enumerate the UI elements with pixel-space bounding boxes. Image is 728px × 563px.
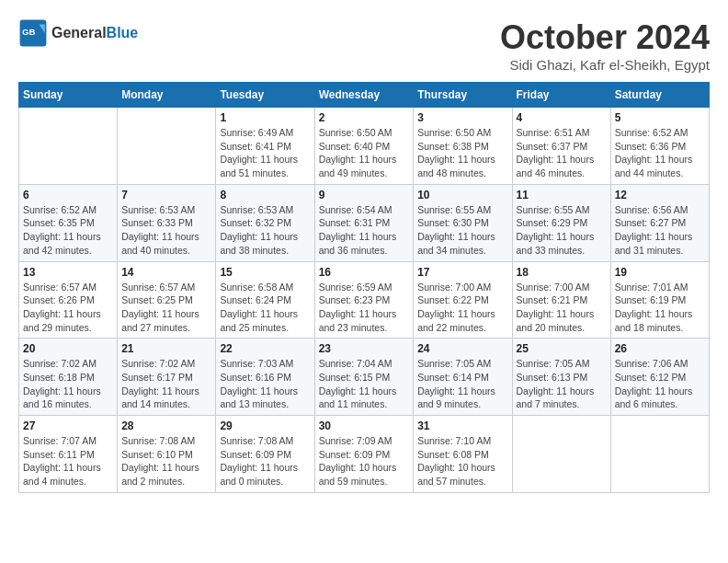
calendar-cell: 6Sunrise: 6:52 AMSunset: 6:35 PMDaylight… (19, 184, 118, 261)
day-number: 8 (220, 189, 310, 201)
day-number: 27 (23, 419, 113, 432)
day-number: 6 (23, 189, 113, 201)
day-number: 4 (517, 111, 607, 124)
day-info: Sunrise: 7:03 AMSunset: 6:16 PMDaylight:… (220, 357, 310, 411)
header-wednesday: Wednesday (314, 83, 414, 108)
calendar-cell: 18Sunrise: 7:00 AMSunset: 6:21 PMDayligh… (512, 261, 610, 339)
location-subtitle: Sidi Ghazi, Kafr el-Sheikh, Egypt (500, 57, 710, 73)
calendar-table: SundayMondayTuesdayWednesdayThursdayFrid… (18, 82, 710, 493)
calendar-cell: 27Sunrise: 7:07 AMSunset: 6:11 PMDayligh… (19, 416, 118, 493)
day-info: Sunrise: 7:01 AMSunset: 6:19 PMDaylight:… (615, 281, 705, 335)
calendar-cell: 1Sunrise: 6:49 AMSunset: 6:41 PMDaylight… (216, 108, 314, 185)
calendar-cell: 25Sunrise: 7:05 AMSunset: 6:13 PMDayligh… (512, 339, 610, 416)
calendar-cell (610, 416, 709, 493)
week-row-4: 20Sunrise: 7:02 AMSunset: 6:18 PMDayligh… (19, 339, 710, 416)
logo: GB GeneralBlue (18, 18, 138, 48)
calendar-cell: 19Sunrise: 7:01 AMSunset: 6:19 PMDayligh… (610, 261, 709, 339)
header-monday: Monday (118, 83, 216, 108)
header-row: SundayMondayTuesdayWednesdayThursdayFrid… (19, 83, 710, 108)
calendar-body: 1Sunrise: 6:49 AMSunset: 6:41 PMDaylight… (19, 108, 710, 493)
header-sunday: Sunday (19, 83, 118, 108)
week-row-1: 1Sunrise: 6:49 AMSunset: 6:41 PMDaylight… (19, 108, 710, 185)
day-number: 16 (319, 266, 410, 279)
day-info: Sunrise: 6:49 AMSunset: 6:41 PMDaylight:… (220, 126, 310, 180)
week-row-5: 27Sunrise: 7:07 AMSunset: 6:11 PMDayligh… (19, 416, 710, 493)
day-info: Sunrise: 7:06 AMSunset: 6:12 PMDaylight:… (615, 357, 705, 411)
day-info: Sunrise: 6:50 AMSunset: 6:38 PMDaylight:… (417, 126, 507, 180)
day-info: Sunrise: 6:56 AMSunset: 6:27 PMDaylight:… (615, 203, 705, 258)
day-number: 10 (417, 189, 507, 201)
day-number: 3 (417, 111, 507, 124)
day-info: Sunrise: 6:50 AMSunset: 6:40 PMDaylight:… (319, 126, 410, 180)
calendar-cell: 28Sunrise: 7:08 AMSunset: 6:10 PMDayligh… (118, 416, 216, 493)
day-info: Sunrise: 6:52 AMSunset: 6:35 PMDaylight:… (23, 203, 113, 258)
day-number: 15 (220, 266, 310, 279)
calendar-cell: 30Sunrise: 7:09 AMSunset: 6:09 PMDayligh… (314, 416, 414, 493)
day-number: 14 (121, 266, 211, 279)
logo-text: GeneralBlue (51, 25, 138, 41)
day-number: 9 (319, 189, 410, 201)
calendar-header: SundayMondayTuesdayWednesdayThursdayFrid… (19, 83, 710, 108)
day-number: 2 (319, 111, 410, 124)
day-info: Sunrise: 7:04 AMSunset: 6:15 PMDaylight:… (319, 357, 410, 411)
day-info: Sunrise: 7:02 AMSunset: 6:18 PMDaylight:… (23, 357, 113, 411)
calendar-cell: 26Sunrise: 7:06 AMSunset: 6:12 PMDayligh… (610, 339, 709, 416)
day-info: Sunrise: 6:53 AMSunset: 6:33 PMDaylight:… (121, 203, 211, 258)
calendar-cell: 21Sunrise: 7:02 AMSunset: 6:17 PMDayligh… (118, 339, 216, 416)
calendar-cell: 14Sunrise: 6:57 AMSunset: 6:25 PMDayligh… (118, 261, 216, 339)
day-number: 13 (23, 266, 113, 279)
day-info: Sunrise: 6:59 AMSunset: 6:23 PMDaylight:… (319, 281, 410, 335)
header-friday: Friday (512, 83, 610, 108)
calendar-cell: 10Sunrise: 6:55 AMSunset: 6:30 PMDayligh… (414, 184, 512, 261)
day-number: 26 (615, 342, 705, 355)
calendar-cell: 13Sunrise: 6:57 AMSunset: 6:26 PMDayligh… (19, 261, 118, 339)
calendar-cell (118, 108, 216, 185)
calendar-cell: 5Sunrise: 6:52 AMSunset: 6:36 PMDaylight… (610, 108, 709, 185)
day-number: 31 (417, 419, 507, 432)
calendar-cell: 20Sunrise: 7:02 AMSunset: 6:18 PMDayligh… (19, 339, 118, 416)
day-info: Sunrise: 7:07 AMSunset: 6:11 PMDaylight:… (23, 434, 113, 488)
calendar-cell: 12Sunrise: 6:56 AMSunset: 6:27 PMDayligh… (610, 184, 709, 261)
calendar-cell: 31Sunrise: 7:10 AMSunset: 6:08 PMDayligh… (414, 416, 512, 493)
calendar-cell: 8Sunrise: 6:53 AMSunset: 6:32 PMDaylight… (216, 184, 314, 261)
month-title: October 2024 (500, 18, 710, 57)
calendar-cell (19, 108, 118, 185)
day-number: 19 (615, 266, 705, 279)
day-info: Sunrise: 6:57 AMSunset: 6:26 PMDaylight:… (23, 281, 113, 335)
day-info: Sunrise: 6:55 AMSunset: 6:29 PMDaylight:… (517, 203, 607, 258)
logo-general: General (51, 25, 107, 40)
header-saturday: Saturday (610, 83, 709, 108)
day-info: Sunrise: 6:53 AMSunset: 6:32 PMDaylight:… (220, 203, 310, 258)
calendar-cell (512, 416, 610, 493)
day-info: Sunrise: 6:58 AMSunset: 6:24 PMDaylight:… (220, 281, 310, 335)
day-info: Sunrise: 7:10 AMSunset: 6:08 PMDaylight:… (417, 434, 507, 488)
day-info: Sunrise: 7:05 AMSunset: 6:13 PMDaylight:… (517, 357, 607, 411)
day-number: 1 (220, 111, 310, 124)
calendar-cell: 3Sunrise: 6:50 AMSunset: 6:38 PMDaylight… (414, 108, 512, 185)
day-number: 20 (23, 342, 113, 355)
day-number: 17 (417, 266, 507, 279)
week-row-3: 13Sunrise: 6:57 AMSunset: 6:26 PMDayligh… (19, 261, 710, 339)
calendar-cell: 15Sunrise: 6:58 AMSunset: 6:24 PMDayligh… (216, 261, 314, 339)
calendar-cell: 7Sunrise: 6:53 AMSunset: 6:33 PMDaylight… (118, 184, 216, 261)
title-section: October 2024 Sidi Ghazi, Kafr el-Sheikh,… (500, 18, 710, 73)
calendar-cell: 11Sunrise: 6:55 AMSunset: 6:29 PMDayligh… (512, 184, 610, 261)
day-number: 5 (615, 111, 705, 124)
day-number: 28 (121, 419, 211, 432)
day-info: Sunrise: 7:00 AMSunset: 6:21 PMDaylight:… (517, 281, 607, 335)
day-number: 12 (615, 189, 705, 201)
header-tuesday: Tuesday (216, 83, 314, 108)
day-info: Sunrise: 7:02 AMSunset: 6:17 PMDaylight:… (121, 357, 211, 411)
day-number: 29 (220, 419, 310, 432)
day-info: Sunrise: 6:51 AMSunset: 6:37 PMDaylight:… (517, 126, 607, 180)
day-info: Sunrise: 6:57 AMSunset: 6:25 PMDaylight:… (121, 281, 211, 335)
calendar-cell: 16Sunrise: 6:59 AMSunset: 6:23 PMDayligh… (314, 261, 414, 339)
logo-icon: GB (18, 18, 48, 48)
calendar-cell: 9Sunrise: 6:54 AMSunset: 6:31 PMDaylight… (314, 184, 414, 261)
svg-text:GB: GB (22, 27, 35, 37)
week-row-2: 6Sunrise: 6:52 AMSunset: 6:35 PMDaylight… (19, 184, 710, 261)
day-number: 7 (121, 189, 211, 201)
calendar-cell: 2Sunrise: 6:50 AMSunset: 6:40 PMDaylight… (314, 108, 414, 185)
day-info: Sunrise: 7:09 AMSunset: 6:09 PMDaylight:… (319, 434, 410, 488)
calendar-cell: 22Sunrise: 7:03 AMSunset: 6:16 PMDayligh… (216, 339, 314, 416)
